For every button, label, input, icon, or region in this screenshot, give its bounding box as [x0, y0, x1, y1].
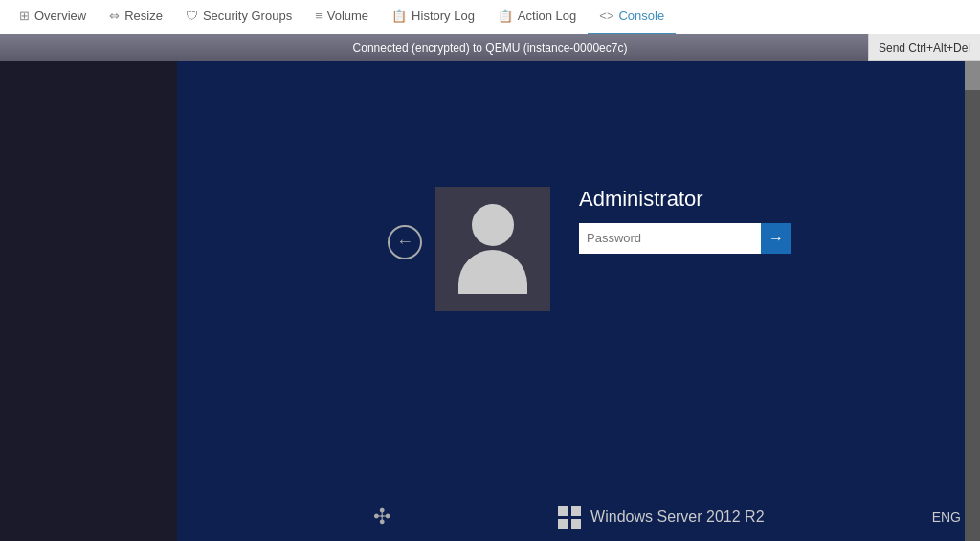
console-topbar: Connected (encrypted) to QEMU (instance-…: [0, 34, 980, 61]
resize-icon: ⇔: [109, 9, 120, 23]
nav-label-volume: Volume: [327, 9, 368, 23]
nav-label-security-groups: Security Groups: [203, 9, 292, 23]
send-ctrl-alt-del-button[interactable]: Send Ctrl+Alt+Del: [868, 34, 980, 61]
back-arrow-button[interactable]: ←: [388, 225, 422, 259]
login-area: ← Administrator → ✣: [177, 61, 980, 541]
win-square-4: [571, 519, 582, 530]
code-icon: <>: [599, 9, 613, 23]
back-arrow-icon: ←: [396, 232, 413, 252]
shield-icon: 🛡: [186, 9, 198, 23]
navigation-bar: ⊞ Overview ⇔ Resize 🛡 Security Groups ≡ …: [0, 0, 980, 34]
console-screen[interactable]: ← Administrator → ✣: [0, 61, 980, 541]
bottom-bar: ✣ Windows Server 2012 R2 ENG: [354, 493, 980, 541]
console-wrapper: Connected (encrypted) to QEMU (instance-…: [0, 34, 980, 541]
left-panel: [0, 61, 177, 541]
win-square-2: [571, 506, 582, 516]
nav-label-console: Console: [618, 9, 664, 23]
user-avatar-icon: [458, 204, 527, 294]
nav-label-overview: Overview: [34, 9, 86, 23]
nav-item-action-log[interactable]: 📋 Action Log: [486, 0, 588, 34]
password-input[interactable]: [579, 223, 761, 254]
admin-username: Administrator: [579, 187, 791, 212]
win-square-3: [558, 519, 568, 530]
win-square-1: [558, 506, 568, 516]
os-name: Windows Server 2012 R2: [590, 508, 764, 526]
language-indicator: ENG: [932, 509, 961, 525]
nav-item-history-log[interactable]: 📋 History Log: [380, 0, 486, 34]
avatar-body: [458, 250, 527, 294]
scrollbar[interactable]: [965, 61, 980, 541]
scrollbar-thumb[interactable]: [965, 61, 980, 90]
login-form: Administrator →: [579, 187, 791, 254]
windows-logo-icon: [558, 506, 581, 529]
action-icon: 📋: [498, 9, 513, 23]
nav-item-volume[interactable]: ≡ Volume: [303, 0, 380, 34]
console-status-text: Connected (encrypted) to QEMU (instance-…: [353, 41, 628, 55]
nav-label-history-log: History Log: [412, 9, 475, 23]
nav-item-resize[interactable]: ⇔ Resize: [98, 0, 174, 34]
nav-item-console[interactable]: <> Console: [588, 0, 676, 34]
nav-item-security-groups[interactable]: 🛡 Security Groups: [174, 0, 303, 34]
accessibility-icon[interactable]: ✣: [373, 505, 390, 530]
windows-logo-area: Windows Server 2012 R2: [558, 506, 764, 529]
log-icon: 📋: [391, 9, 407, 23]
grid-icon: ⊞: [19, 9, 30, 23]
nav-label-action-log: Action Log: [518, 9, 576, 23]
user-avatar-box: [435, 187, 550, 311]
nav-item-overview[interactable]: ⊞ Overview: [8, 0, 98, 34]
avatar-head: [472, 204, 514, 246]
password-row: →: [579, 223, 791, 254]
password-submit-button[interactable]: →: [761, 223, 791, 254]
nav-label-resize: Resize: [124, 9, 163, 23]
volume-icon: ≡: [315, 9, 323, 23]
